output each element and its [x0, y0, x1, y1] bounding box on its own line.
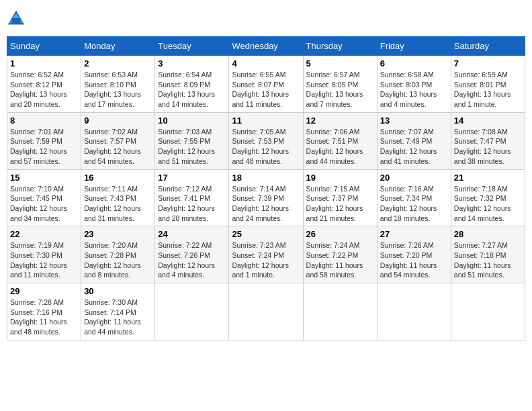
day-info: Sunrise: 7:03 AM Sunset: 7:55 PM Dayligh… [158, 127, 226, 167]
day-info: Sunrise: 6:58 AM Sunset: 8:03 PM Dayligh… [380, 70, 448, 109]
day-number: 1 [10, 58, 78, 68]
calendar-week-row: 1 Sunrise: 6:52 AM Sunset: 8:12 PM Dayli… [7, 56, 525, 113]
calendar-cell: 19 Sunrise: 7:15 AM Sunset: 7:37 PM Dayl… [303, 169, 377, 226]
day-info: Sunrise: 7:11 AM Sunset: 7:43 PM Dayligh… [84, 184, 152, 224]
day-info: Sunrise: 7:08 AM Sunset: 7:47 PM Dayligh… [454, 127, 522, 167]
calendar-cell: 9 Sunrise: 7:02 AM Sunset: 7:57 PM Dayli… [81, 112, 155, 169]
calendar-cell [377, 283, 451, 340]
day-info: Sunrise: 6:52 AM Sunset: 8:12 PM Dayligh… [10, 70, 78, 109]
day-number: 21 [454, 173, 522, 183]
day-number: 10 [158, 116, 226, 126]
day-number: 30 [84, 286, 152, 296]
calendar-table: SundayMondayTuesdayWednesdayThursdayFrid… [7, 36, 525, 340]
day-header-tuesday: Tuesday [155, 37, 229, 56]
day-info: Sunrise: 7:28 AM Sunset: 7:16 PM Dayligh… [10, 298, 78, 337]
day-info: Sunrise: 7:05 AM Sunset: 7:53 PM Dayligh… [232, 127, 300, 167]
day-number: 18 [232, 173, 300, 183]
svg-rect-2 [11, 18, 20, 23]
calendar-week-row: 15 Sunrise: 7:10 AM Sunset: 7:45 PM Dayl… [7, 169, 525, 226]
day-number: 26 [306, 229, 374, 239]
calendar-cell: 8 Sunrise: 7:01 AM Sunset: 7:59 PM Dayli… [7, 112, 81, 169]
calendar-cell: 16 Sunrise: 7:11 AM Sunset: 7:43 PM Dayl… [81, 169, 155, 226]
calendar-week-row: 22 Sunrise: 7:19 AM Sunset: 7:30 PM Dayl… [7, 226, 525, 283]
calendar-cell: 29 Sunrise: 7:28 AM Sunset: 7:16 PM Dayl… [7, 283, 81, 340]
calendar-cell: 4 Sunrise: 6:55 AM Sunset: 8:07 PM Dayli… [229, 56, 303, 113]
day-number: 24 [158, 229, 226, 239]
day-info: Sunrise: 7:06 AM Sunset: 7:51 PM Dayligh… [306, 127, 374, 167]
calendar-cell: 5 Sunrise: 6:57 AM Sunset: 8:05 PM Dayli… [303, 56, 377, 113]
calendar-cell: 20 Sunrise: 7:16 AM Sunset: 7:34 PM Dayl… [377, 169, 451, 226]
day-info: Sunrise: 7:19 AM Sunset: 7:30 PM Dayligh… [10, 240, 78, 280]
day-number: 16 [84, 173, 152, 183]
calendar-cell: 13 Sunrise: 7:07 AM Sunset: 7:49 PM Dayl… [377, 112, 451, 169]
day-number: 28 [454, 229, 522, 239]
day-number: 8 [10, 116, 78, 126]
day-info: Sunrise: 6:57 AM Sunset: 8:05 PM Dayligh… [306, 70, 374, 109]
calendar-cell [155, 283, 229, 340]
day-number: 2 [84, 58, 152, 68]
day-header-monday: Monday [81, 37, 155, 56]
calendar-header-row: SundayMondayTuesdayWednesdayThursdayFrid… [7, 37, 525, 56]
day-info: Sunrise: 7:14 AM Sunset: 7:39 PM Dayligh… [232, 184, 300, 224]
calendar-cell: 15 Sunrise: 7:10 AM Sunset: 7:45 PM Dayl… [7, 169, 81, 226]
day-info: Sunrise: 6:53 AM Sunset: 8:10 PM Dayligh… [84, 70, 152, 109]
day-header-thursday: Thursday [303, 37, 377, 56]
calendar-cell [229, 283, 303, 340]
day-info: Sunrise: 7:18 AM Sunset: 7:32 PM Dayligh… [454, 184, 522, 224]
day-number: 25 [232, 229, 300, 239]
calendar-cell: 28 Sunrise: 7:27 AM Sunset: 7:18 PM Dayl… [451, 226, 525, 283]
day-info: Sunrise: 6:59 AM Sunset: 8:01 PM Dayligh… [454, 70, 522, 109]
calendar-cell: 24 Sunrise: 7:22 AM Sunset: 7:26 PM Dayl… [155, 226, 229, 283]
calendar-cell: 2 Sunrise: 6:53 AM Sunset: 8:10 PM Dayli… [81, 56, 155, 113]
calendar-cell: 21 Sunrise: 7:18 AM Sunset: 7:32 PM Dayl… [451, 169, 525, 226]
day-number: 4 [232, 58, 300, 68]
calendar-cell: 1 Sunrise: 6:52 AM Sunset: 8:12 PM Dayli… [7, 56, 81, 113]
calendar-cell: 3 Sunrise: 6:54 AM Sunset: 8:09 PM Dayli… [155, 56, 229, 113]
day-info: Sunrise: 7:20 AM Sunset: 7:28 PM Dayligh… [84, 240, 152, 280]
day-info: Sunrise: 7:26 AM Sunset: 7:20 PM Dayligh… [380, 240, 448, 280]
calendar-week-row: 29 Sunrise: 7:28 AM Sunset: 7:16 PM Dayl… [7, 283, 525, 340]
day-info: Sunrise: 7:15 AM Sunset: 7:37 PM Dayligh… [306, 184, 374, 224]
calendar-cell: 23 Sunrise: 7:20 AM Sunset: 7:28 PM Dayl… [81, 226, 155, 283]
day-info: Sunrise: 7:01 AM Sunset: 7:59 PM Dayligh… [10, 127, 78, 167]
day-info: Sunrise: 7:02 AM Sunset: 7:57 PM Dayligh… [84, 127, 152, 167]
day-number: 14 [454, 116, 522, 126]
day-number: 23 [84, 229, 152, 239]
day-header-wednesday: Wednesday [229, 37, 303, 56]
calendar-cell: 11 Sunrise: 7:05 AM Sunset: 7:53 PM Dayl… [229, 112, 303, 169]
day-info: Sunrise: 7:27 AM Sunset: 7:18 PM Dayligh… [454, 240, 522, 280]
logo [7, 9, 28, 28]
day-number: 13 [380, 116, 448, 126]
day-info: Sunrise: 7:23 AM Sunset: 7:24 PM Dayligh… [232, 240, 300, 280]
day-number: 19 [306, 173, 374, 183]
day-number: 27 [380, 229, 448, 239]
calendar-cell: 17 Sunrise: 7:12 AM Sunset: 7:41 PM Dayl… [155, 169, 229, 226]
calendar-cell: 10 Sunrise: 7:03 AM Sunset: 7:55 PM Dayl… [155, 112, 229, 169]
day-number: 20 [380, 173, 448, 183]
day-header-friday: Friday [377, 37, 451, 56]
day-info: Sunrise: 7:12 AM Sunset: 7:41 PM Dayligh… [158, 184, 226, 224]
day-header-saturday: Saturday [451, 37, 525, 56]
calendar-body: 1 Sunrise: 6:52 AM Sunset: 8:12 PM Dayli… [7, 56, 525, 340]
day-number: 5 [306, 58, 374, 68]
day-number: 6 [380, 58, 448, 68]
day-info: Sunrise: 6:54 AM Sunset: 8:09 PM Dayligh… [158, 70, 226, 109]
day-number: 29 [10, 286, 78, 296]
calendar-cell [303, 283, 377, 340]
day-info: Sunrise: 7:24 AM Sunset: 7:22 PM Dayligh… [306, 240, 374, 280]
day-header-sunday: Sunday [7, 37, 81, 56]
day-info: Sunrise: 7:16 AM Sunset: 7:34 PM Dayligh… [380, 184, 448, 224]
day-info: Sunrise: 7:22 AM Sunset: 7:26 PM Dayligh… [158, 240, 226, 280]
calendar-cell: 7 Sunrise: 6:59 AM Sunset: 8:01 PM Dayli… [451, 56, 525, 113]
calendar-cell: 14 Sunrise: 7:08 AM Sunset: 7:47 PM Dayl… [451, 112, 525, 169]
day-number: 3 [158, 58, 226, 68]
calendar-cell: 25 Sunrise: 7:23 AM Sunset: 7:24 PM Dayl… [229, 226, 303, 283]
calendar-cell: 26 Sunrise: 7:24 AM Sunset: 7:22 PM Dayl… [303, 226, 377, 283]
page-header [7, 7, 525, 31]
day-number: 9 [84, 116, 152, 126]
day-number: 22 [10, 229, 78, 239]
calendar-cell: 12 Sunrise: 7:06 AM Sunset: 7:51 PM Dayl… [303, 112, 377, 169]
calendar-cell: 30 Sunrise: 7:30 AM Sunset: 7:14 PM Dayl… [81, 283, 155, 340]
day-info: Sunrise: 6:55 AM Sunset: 8:07 PM Dayligh… [232, 70, 300, 109]
calendar-cell [451, 283, 525, 340]
